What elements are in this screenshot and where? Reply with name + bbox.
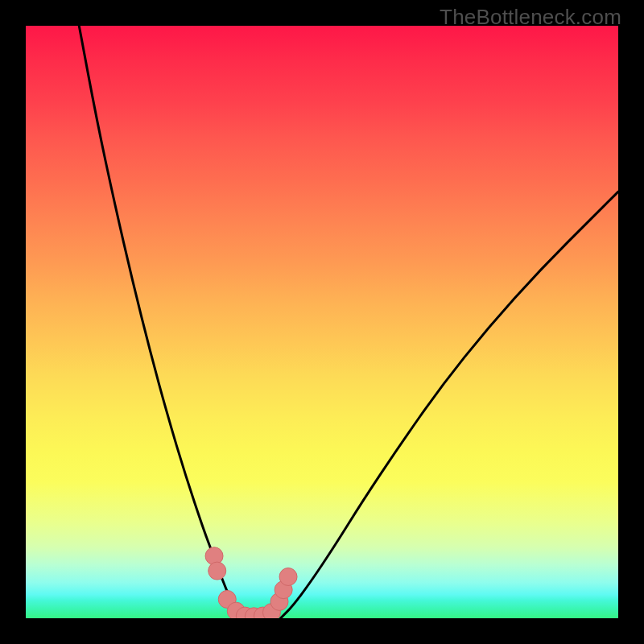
valley-marker-group — [205, 547, 297, 618]
chart-svg — [26, 26, 618, 618]
valley-marker — [279, 568, 297, 585]
left-curve — [79, 26, 245, 618]
watermark-text: TheBottleneck.com — [440, 5, 621, 30]
right-curve — [280, 192, 618, 618]
chart-frame: TheBottleneck.com — [0, 0, 644, 644]
valley-marker — [208, 562, 226, 580]
plot-area — [26, 26, 618, 618]
